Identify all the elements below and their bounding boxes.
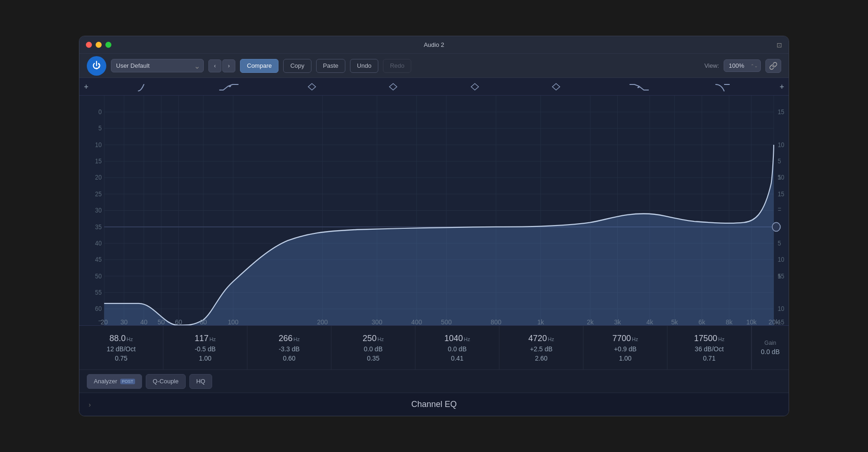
power-button[interactable]: ⏻ [87, 56, 106, 76]
band-1-q[interactable]: 0.75 [115, 355, 127, 362]
gain-value[interactable]: 0.0 dB [761, 348, 779, 355]
band-8-freq: 17500Hz [694, 334, 725, 343]
main-window: Audio 2 ⊡ ⏻ User Default ‹ › Compare Cop… [79, 36, 789, 416]
footer-inner: › Channel EQ [79, 400, 789, 409]
band-4-q[interactable]: 0.35 [367, 355, 379, 362]
toolbar: ⏻ User Default ‹ › Compare Copy Paste Un… [79, 54, 789, 78]
band-3-gain[interactable]: -3.3 dB [279, 345, 299, 353]
svg-text:100: 100 [228, 318, 239, 325]
svg-text:3k: 3k [614, 318, 621, 325]
band-5-gain[interactable]: 0.0 dB [448, 345, 466, 353]
svg-text:−: − [98, 317, 102, 325]
analyzer-button[interactable]: Analyzer POST [87, 374, 142, 389]
svg-text:10k: 10k [746, 318, 757, 325]
view-label: View: [704, 62, 719, 69]
titlebar: Audio 2 ⊡ [79, 36, 789, 54]
bottom-bar: Analyzer POST Q-Couple HQ [79, 369, 789, 393]
band-col-6: 4720Hz +2.5 dB 2.60 [499, 326, 583, 369]
band-4-freq: 250Hz [363, 334, 384, 343]
expand-icon[interactable]: ⊡ [777, 41, 782, 49]
close-button[interactable] [86, 42, 92, 48]
maximize-button[interactable] [105, 42, 111, 48]
link-button[interactable] [765, 59, 781, 73]
eq-graph[interactable]: 20 30 40 50 60 80 100 200 300 400 500 80… [79, 96, 789, 325]
band-icon-3[interactable] [304, 81, 320, 93]
band-icon-1[interactable] [137, 81, 154, 93]
band-4-gain[interactable]: 0.0 dB [364, 345, 382, 353]
svg-text:20: 20 [95, 174, 102, 181]
band-col-7: 7700Hz +0.9 dB 1.00 [583, 326, 667, 369]
nav-forward-button[interactable]: › [222, 59, 235, 72]
svg-text:40: 40 [140, 318, 147, 325]
svg-text:1k: 1k [537, 318, 544, 325]
band-2-q[interactable]: 1.00 [199, 355, 211, 362]
eq-container: + [79, 78, 789, 393]
svg-text:−: − [777, 205, 781, 212]
minimize-button[interactable] [96, 42, 102, 48]
band-col-3: 266Hz -3.3 dB 0.60 [247, 326, 331, 369]
svg-text:800: 800 [491, 318, 501, 325]
band-icon-5[interactable] [466, 81, 483, 93]
copy-button[interactable]: Copy [283, 59, 311, 73]
svg-text:15: 15 [777, 108, 784, 116]
svg-text:10: 10 [95, 141, 102, 149]
svg-text:55: 55 [95, 289, 102, 296]
plus-right: + [780, 83, 784, 91]
svg-text:50: 50 [158, 318, 165, 325]
svg-text:−: − [777, 318, 781, 325]
footer: › Channel EQ [79, 393, 789, 416]
band-icon-7[interactable] [629, 81, 649, 93]
band-8-gain[interactable]: 36 dB/Oct [695, 345, 724, 353]
view-dropdown[interactable]: 100% [724, 59, 761, 72]
band-5-q[interactable]: 0.41 [451, 355, 463, 362]
preset-wrapper: User Default [111, 59, 204, 72]
band-col-5: 1040Hz 0.0 dB 0.41 [415, 326, 499, 369]
hq-button[interactable]: HQ [189, 374, 213, 389]
svg-text:10: 10 [777, 256, 784, 264]
q-couple-button[interactable]: Q-Couple [146, 374, 186, 389]
svg-text:30: 30 [120, 318, 127, 325]
svg-text:80: 80 [200, 318, 207, 325]
view-wrapper: 100% [724, 59, 761, 72]
band-icon-6[interactable] [548, 81, 564, 93]
paste-button[interactable]: Paste [316, 59, 345, 73]
band-1-gain[interactable]: 12 dB/Oct [107, 345, 136, 353]
svg-text:4k: 4k [646, 318, 653, 325]
band-icon-4[interactable] [385, 81, 402, 93]
svg-text:5: 5 [777, 158, 781, 165]
gain-col: Gain 0.0 dB [751, 326, 789, 369]
svg-text:500: 500 [441, 318, 452, 325]
plus-left: + [84, 83, 88, 91]
svg-text:10: 10 [777, 141, 784, 149]
svg-text:60: 60 [95, 305, 102, 313]
compare-button[interactable]: Compare [240, 59, 279, 73]
band-3-freq: 266Hz [279, 334, 300, 343]
band-col-2: 117Hz -0.5 dB 1.00 [163, 326, 247, 369]
band-7-gain[interactable]: +0.9 dB [614, 345, 637, 353]
svg-text:15: 15 [777, 190, 784, 198]
band-1-freq: 88.0Hz [110, 334, 133, 343]
band-6-q[interactable]: 2.60 [535, 355, 547, 362]
band-icon-2[interactable] [219, 81, 239, 93]
band-col-4: 250Hz 0.0 dB 0.35 [331, 326, 415, 369]
svg-text:35: 35 [95, 223, 102, 231]
band-2-gain[interactable]: -0.5 dB [194, 345, 215, 353]
band-8-q[interactable]: 0.71 [703, 355, 715, 362]
undo-button[interactable]: Undo [350, 59, 378, 73]
svg-marker-4 [552, 84, 560, 90]
band-3-q[interactable]: 0.60 [283, 355, 295, 362]
band-5-freq: 1040Hz [444, 334, 470, 343]
band-icon-8[interactable] [714, 81, 731, 93]
footer-arrow-icon[interactable]: › [89, 401, 91, 408]
svg-text:6k: 6k [699, 318, 706, 325]
band-7-q[interactable]: 1.00 [619, 355, 631, 362]
nav-back-button[interactable]: ‹ [208, 59, 221, 72]
band-2-freq: 117Hz [194, 334, 216, 343]
preset-dropdown[interactable]: User Default [111, 59, 204, 72]
redo-button[interactable]: Redo [383, 59, 411, 73]
svg-text:25: 25 [95, 190, 102, 198]
svg-text:5k: 5k [671, 318, 678, 325]
band-6-gain[interactable]: +2.5 dB [530, 345, 553, 353]
band-col-8: 17500Hz 36 dB/Oct 0.71 [667, 326, 751, 369]
footer-title: Channel EQ [411, 400, 457, 409]
